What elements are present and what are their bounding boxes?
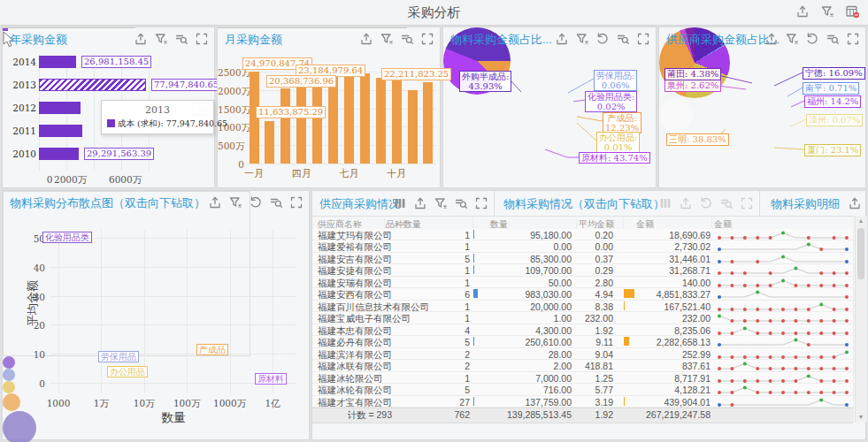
cell-qty: 983,030.00	[480, 289, 572, 300]
amount-sparkline	[714, 396, 852, 408]
column-divider	[853, 216, 854, 423]
table-row[interactable]: 福建才宝有限公司27137,759.003.19439,904.01	[312, 396, 853, 408]
bar-五月[interactable]	[312, 79, 322, 164]
bar-四月[interactable]	[296, 83, 306, 164]
table-row[interactable]: 福建滨洋有限公司228.009.04252.99	[312, 348, 853, 360]
table-row[interactable]: 福建冰轮限公司17,000.001.258,717.91	[312, 372, 853, 384]
bar-十二月[interactable]	[423, 82, 433, 164]
fullscreen-icon[interactable]	[636, 32, 650, 46]
bar-九月[interactable]	[376, 78, 386, 164]
section-material-detail-header: 物料采购明细	[760, 191, 867, 216]
bar-七月[interactable]	[344, 71, 354, 164]
qty-databar	[473, 397, 474, 406]
panel-header: 年采购金额	[3, 27, 214, 50]
bar-2012[interactable]	[39, 102, 81, 114]
columns-icon[interactable]	[393, 196, 407, 210]
export-icon[interactable]	[555, 32, 569, 46]
table-row[interactable]: 福建艾玛有限公司195,180.000.2018,690.69	[312, 229, 853, 240]
drill-icon[interactable]	[616, 32, 630, 46]
bar-2013[interactable]	[39, 79, 146, 91]
filter-icon[interactable]	[434, 196, 448, 210]
y-category-label: 2012	[8, 103, 36, 113]
cell-avg-amount: 2.80	[574, 278, 613, 288]
table-row[interactable]: 福建安吉有限公司585,300.000.3731,446.01	[312, 253, 853, 264]
cell-qty: 50.00	[480, 278, 572, 288]
amount-sparkline	[714, 348, 852, 360]
table-row[interactable]: 福建宝威电子有限公司11.00232.00232.00	[312, 312, 853, 324]
bar-二月[interactable]	[265, 121, 274, 164]
export-icon[interactable]	[413, 196, 427, 210]
fullscreen-icon[interactable]	[289, 195, 303, 210]
table-row[interactable]: 福建冰联有限公司22.00418.81837.61	[312, 360, 853, 371]
y-axis-title: 平均金额	[25, 277, 41, 330]
export-icon[interactable]	[764, 32, 779, 46]
filter-icon[interactable]	[154, 32, 168, 46]
amount-sparkline	[714, 372, 852, 384]
filter-icon[interactable]	[575, 32, 589, 46]
table-row[interactable]: 福建安西有限公司6983,030.004.944,851,833.27	[312, 288, 853, 300]
cell-qty: 20,000.00	[480, 301, 572, 312]
filter-icon[interactable]	[228, 195, 242, 210]
table-row[interactable]: 福建百川信息技术有限公司120,000.008.38167,521.40	[312, 301, 853, 312]
drill-icon[interactable]	[269, 195, 283, 210]
export-icon[interactable]	[848, 196, 862, 210]
bubble-办公用品[interactable]	[3, 381, 15, 393]
bubble-unlabeled[interactable]	[3, 411, 36, 442]
gridline	[187, 230, 188, 393]
bar-六月[interactable]	[328, 74, 338, 164]
gridline	[230, 230, 231, 393]
drill-icon[interactable]	[454, 196, 468, 210]
undo-icon[interactable]	[805, 32, 819, 46]
filter-icon[interactable]	[380, 32, 394, 46]
fullscreen-icon[interactable]	[420, 32, 434, 46]
table-row[interactable]: 福建安捷有限公司1109,700.000.2931,268.71	[312, 264, 853, 276]
qty-databar	[473, 337, 474, 346]
cell-amount: 167,521.40	[631, 301, 711, 312]
table-row[interactable]: 福建冰轮有限公司5716.005.774,128.21	[312, 384, 853, 395]
export-icon[interactable]	[795, 4, 810, 19]
table-row[interactable]: 福建本忠有限公司44,300.001.928,235.06	[312, 324, 853, 336]
scroll-down-button[interactable]: ▼	[856, 414, 865, 420]
drill-icon[interactable]	[826, 32, 840, 46]
export-icon[interactable]	[359, 32, 373, 46]
scrollbar-thumb[interactable]	[857, 228, 864, 279]
fullscreen-icon[interactable]	[846, 32, 860, 46]
scroll-up-button[interactable]: ▲	[856, 217, 865, 224]
panel-toolbar	[555, 32, 650, 46]
table-row[interactable]: 福建必丹有限公司5250,610.009.112,282,658.13	[312, 336, 853, 347]
fullscreen-icon[interactable]	[195, 32, 209, 46]
export-icon[interactable]	[208, 195, 222, 210]
filter-icon[interactable]	[820, 4, 834, 19]
bar-2011[interactable]	[39, 125, 82, 137]
columns-icon	[658, 196, 672, 210]
y-tick-label: 2500万	[218, 67, 244, 80]
table-row[interactable]: 福建安瑞有限公司150.002.80140.00	[312, 277, 853, 288]
bubble-产成品[interactable]	[3, 393, 20, 411]
export-icon[interactable]	[134, 32, 148, 46]
bar-三月[interactable]	[280, 88, 290, 164]
slice-label-宁德: 宁德: 16.09%	[803, 67, 865, 80]
bar-八月[interactable]	[360, 73, 370, 164]
table-row[interactable]: 福建爱裕有限公司10.000.002,730.02	[312, 240, 853, 252]
bubble-label-产成品: 产成品	[196, 344, 228, 355]
bar-十一月[interactable]	[408, 90, 418, 164]
undo-icon[interactable]	[249, 195, 263, 210]
cell-variety-count: 1	[401, 301, 470, 312]
bubble-劳保用品[interactable]	[3, 369, 15, 381]
y-tick-label: 2000万	[218, 86, 244, 98]
top-bar: 采购分析	[0, 0, 868, 26]
x-tick-label: 四月	[288, 167, 316, 180]
bar-2014[interactable]	[39, 56, 76, 68]
filter-icon[interactable]	[785, 32, 799, 46]
panel-title-year: 年采购金额	[10, 32, 67, 48]
bubble-化验用品类[interactable]	[3, 356, 15, 369]
bar-2010[interactable]	[39, 148, 79, 160]
drill-icon[interactable]	[400, 32, 414, 46]
bar-十月[interactable]	[392, 73, 402, 164]
undo-icon[interactable]	[595, 32, 610, 46]
cell-qty: 1.00	[480, 313, 572, 324]
drill-icon[interactable]	[174, 32, 188, 46]
cell-variety-count: 1	[401, 265, 470, 276]
report-red-icon[interactable]	[845, 4, 859, 19]
fullscreen-icon[interactable]	[474, 196, 488, 210]
